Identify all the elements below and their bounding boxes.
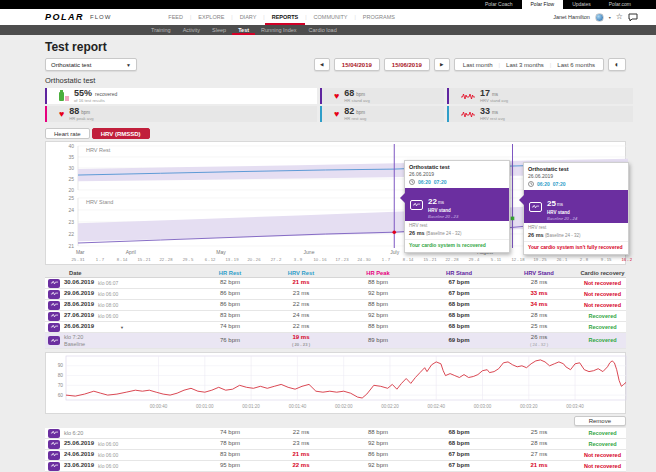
nav-programs[interactable]: PROGRAMS [356, 9, 402, 25]
section-title: Orthostatic test [45, 76, 626, 85]
table-row[interactable]: 24.06.2019klo 06:0083 bpm21 ms86 bpm67 b… [45, 450, 626, 461]
svg-text:8 - 14: 8 - 14 [403, 257, 414, 262]
svg-text:00:02:40: 00:02:40 [427, 404, 445, 409]
nav-reports[interactable]: REPORTS [265, 9, 306, 25]
hrv-stand-baseline: Baseline 20 - 23 [428, 214, 458, 219]
range-last-6-months[interactable]: Last 6 months [551, 62, 601, 68]
svg-text:HRV Stand: HRV Stand [86, 199, 113, 205]
value-cell: 25 ms [499, 429, 579, 436]
date-cell: 24.06.2019klo 06:00 [45, 451, 195, 460]
svg-text:21: 21 [68, 243, 74, 249]
table-row[interactable]: klo 6:2074 bpm22 ms88 bpm68 bpm25 msReco… [45, 428, 626, 439]
date-lines: 23.06.2019 [64, 462, 94, 469]
ecg-icon [461, 110, 475, 118]
test-device-icon [48, 323, 60, 332]
rr-plot: 6070809000:00:4000:01:0000:01:2000:01:40… [46, 353, 632, 413]
value-cell: 92 bpm [337, 462, 419, 469]
value-cell: 33 ms [499, 290, 579, 297]
date-lines: 29.06.2019 [64, 290, 94, 297]
svg-text:00:03:00: 00:03:00 [474, 404, 492, 409]
subnav-cardio-load[interactable]: Cardio load [303, 25, 343, 35]
remove-test-button[interactable]: Remove [574, 416, 626, 426]
tab-heart-rate[interactable]: Heart rate [45, 128, 90, 139]
subnav-activity[interactable]: Activity [177, 25, 206, 35]
date-from-input[interactable]: 15/04/2019 [334, 58, 380, 71]
main-nav: FEED| EXPLORE| DIARY| REPORTS| COMMUNITY… [161, 9, 402, 25]
quick-range-group: Last month| Last 3 months| Last 6 months [454, 58, 604, 71]
next-period-button[interactable]: ▶ [434, 58, 450, 71]
value-cell: 88 bpm [337, 429, 419, 436]
subnav-sleep[interactable]: Sleep [206, 25, 232, 35]
table-row[interactable]: 27.06.2019klo 06:0083 bpm24 ms92 bpm68 b… [45, 311, 626, 322]
hrv-stand-unit: ms [557, 202, 563, 207]
value-cell: 74 bpm [195, 323, 265, 330]
subnav-test[interactable]: Test [232, 25, 255, 35]
column-header: HRV Stand [499, 270, 579, 276]
user-menu[interactable]: Janet Hamilton ▾ ☆ [553, 13, 638, 22]
tooltip-title: Orthostatic test [409, 164, 505, 170]
ecg-icon [461, 92, 475, 100]
chevron-down-icon[interactable]: ▾ [609, 15, 611, 20]
range-last-3-months[interactable]: Last 3 months [500, 62, 550, 68]
table-row[interactable]: 26.06.2019▼74 bpm22 ms88 bpm68 bpm25 msR… [45, 322, 626, 333]
test-date: 29.06.2019 [64, 290, 94, 297]
tooltip-times: 06:20 07:20 [528, 181, 624, 187]
battery-icon [59, 92, 69, 101]
table-row[interactable]: 30.06.2019klo 06:0782 bpm21 ms88 bpm67 b… [45, 278, 626, 289]
svg-text:40: 40 [68, 143, 74, 149]
favorites-star-icon[interactable]: ☆ [616, 13, 623, 21]
table-row[interactable]: 23.06.2019klo 06:0095 bpm22 ms92 bpm67 b… [45, 461, 626, 472]
value-cell: 23 ms [265, 440, 337, 447]
top-link-updates[interactable]: Updates [563, 0, 600, 9]
svg-text:70: 70 [58, 383, 64, 388]
reports-subnav: Training Activity Sleep Test Running Ind… [0, 25, 656, 35]
tooltip-title: Orthostatic test [528, 166, 624, 172]
top-link-polar-flow[interactable]: Polar Flow [522, 0, 564, 9]
rr-heart-rate-chart[interactable]: 6070809000:00:4000:01:0000:01:2000:01:40… [45, 352, 626, 414]
summary-sublabel: HR stand avg [344, 98, 369, 103]
value-cell: 26 ms( 24 - 32 ) [499, 334, 579, 346]
date-cell: 23.06.2019klo 06:00 [45, 462, 195, 471]
svg-text:24: 24 [68, 207, 74, 213]
hrv-trend-chart[interactable]: 4035302520HRV Rest2524232221HRV StandMar… [45, 141, 626, 265]
nav-feed[interactable]: FEED [161, 9, 190, 25]
top-link-polar-coach[interactable]: Polar Coach [476, 0, 522, 9]
hrv-rest-info: HRV rest 26 ms (Baseline 24 - 32) [405, 221, 509, 240]
test-type-select[interactable]: Orthostatic test ▼ [45, 58, 137, 71]
value-cell: 88 bpm [337, 279, 419, 286]
svg-text:00:03:40: 00:03:40 [566, 404, 584, 409]
date-to-input[interactable]: 15/06/2019 [384, 58, 430, 71]
svg-text:July: July [390, 249, 399, 255]
value-cell: 27 ms [499, 451, 579, 458]
table-row[interactable]: 29.06.2019klo 06:0086 bpm23 ms92 bpm67 b… [45, 289, 626, 300]
svg-text:13 - 19: 13 - 19 [225, 257, 239, 262]
user-avatar[interactable] [595, 13, 604, 22]
value-cell: 92 bpm [337, 290, 419, 297]
tooltip-pointer [400, 193, 405, 203]
svg-text:15 - 21: 15 - 21 [423, 257, 437, 262]
display-options-button[interactable]: ◐ [608, 58, 626, 71]
nav-community[interactable]: COMMUNITY [307, 9, 355, 25]
feedback-chat-icon[interactable] [628, 13, 638, 22]
nav-explore[interactable]: EXPLORE [191, 9, 231, 25]
tab-hrv-rmssd[interactable]: HRV (RMSSD) [92, 128, 150, 139]
column-header: HR Stand [419, 270, 499, 276]
svg-text:25 - 31: 25 - 31 [71, 257, 85, 262]
date-lines: 25.06.2019 [64, 440, 94, 447]
table-row[interactable]: 28.06.2019klo 08:0086 bpm22 ms88 bpm68 b… [45, 300, 626, 311]
subnav-running-index[interactable]: Running Index [255, 25, 302, 35]
prev-period-button[interactable]: ◀ [314, 58, 330, 71]
subnav-training[interactable]: Training [145, 25, 177, 35]
table-row[interactable]: 25.06.2019klo 06:0078 bpm23 ms92 bpm68 b… [45, 439, 626, 450]
nav-diary[interactable]: DIARY [233, 9, 264, 25]
baseline-row[interactable]: klo 7:20Baseline76 bpm19 ms( 20 - 23 )89… [45, 333, 626, 349]
expand-chevron-icon[interactable]: ▼ [120, 325, 124, 330]
top-link-polar-com[interactable]: Polar.com [600, 0, 640, 9]
page-content: Test report Orthostatic test ▼ ◀ 15/04/2… [0, 35, 656, 472]
polar-logo[interactable]: POLAR [45, 12, 84, 22]
recovered-summary-card: 55% recovered of 16 test results [45, 88, 317, 104]
range-last-month[interactable]: Last month [457, 62, 499, 68]
chevron-down-icon: ▼ [126, 62, 131, 68]
value-cell: 68 bpm [419, 429, 499, 436]
svg-text:April: April [126, 249, 136, 255]
